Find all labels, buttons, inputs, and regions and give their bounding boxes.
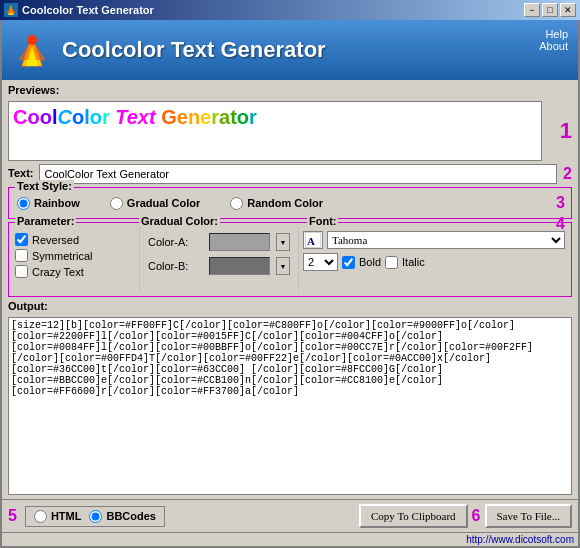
font-options-row: 2 3 4 Bold Italic	[303, 253, 565, 271]
preview-section: CoolColor Text Generator	[8, 101, 542, 161]
color-b-dropdown[interactable]: ▼	[276, 257, 290, 275]
cb-reversed-input[interactable]	[15, 233, 28, 246]
parameter-column: Reversed Symmetrical Crazy Text	[15, 227, 135, 292]
font-column: Font: A Tahoma Arial Times New Roman	[303, 227, 565, 292]
text-row: Text: 2	[8, 164, 572, 184]
style-badge: 3	[556, 194, 565, 212]
font-name-row: A Tahoma Arial Times New Roman	[303, 231, 565, 249]
radio-random[interactable]: Random Color	[230, 197, 323, 210]
color-a-dropdown[interactable]: ▼	[276, 233, 290, 251]
status-url[interactable]: http://www.dicotsoft.com	[466, 534, 574, 545]
svg-point-6	[27, 35, 37, 45]
cb-crazy-input[interactable]	[15, 265, 28, 278]
cb-italic[interactable]	[385, 256, 398, 269]
text-badge: 2	[563, 165, 572, 183]
color-a-row: Color-A: ▼	[148, 233, 290, 251]
params-label: Parameter:	[15, 215, 76, 227]
save-button[interactable]: Save To File...	[485, 504, 573, 528]
status-bar: http://www.dicotsoft.com	[2, 532, 578, 546]
main-window: Coolcolor Text Generator Help About Prev…	[0, 20, 580, 548]
font-label: Font:	[307, 215, 338, 227]
text-style-label: Text Style:	[15, 180, 74, 192]
color-b-row: Color-B: ▼	[148, 257, 290, 275]
radio-bbcodes[interactable]: BBCodes	[89, 510, 156, 523]
radio-rainbow-label: Rainbow	[34, 197, 80, 209]
gradual-label: Gradual Color:	[139, 215, 220, 227]
copy-button[interactable]: Copy To Clipboard	[359, 504, 468, 528]
radio-random-input[interactable]	[230, 197, 243, 210]
cb-bold[interactable]	[342, 256, 355, 269]
radio-html-label: HTML	[51, 510, 82, 522]
radio-rainbow[interactable]: Rainbow	[17, 197, 80, 210]
format-badge: 5	[8, 507, 17, 525]
format-group: HTML BBCodes	[25, 506, 165, 527]
cb-crazy[interactable]: Crazy Text	[15, 265, 135, 278]
text-input[interactable]	[39, 164, 557, 184]
app-header: Coolcolor Text Generator Help About	[2, 20, 578, 80]
color-a-label: Color-A:	[148, 236, 203, 248]
help-link[interactable]: Help	[539, 28, 568, 40]
cb-symmetrical[interactable]: Symmetrical	[15, 249, 135, 262]
color-b-picker[interactable]	[209, 257, 270, 275]
app-icon	[4, 3, 18, 17]
maximize-button[interactable]: □	[542, 3, 558, 17]
cb-crazy-label: Crazy Text	[32, 266, 84, 278]
radio-bbcodes-input[interactable]	[89, 510, 102, 523]
preview-number: 1	[560, 118, 572, 144]
radio-random-label: Random Color	[247, 197, 323, 209]
close-button[interactable]: ✕	[560, 3, 576, 17]
param-badge: 4	[556, 215, 565, 233]
radio-gradual-label: Gradual Color	[127, 197, 200, 209]
text-style-section: Text Style: Rainbow Gradual Color Random…	[8, 187, 572, 219]
header-help[interactable]: Help About	[539, 28, 568, 52]
radio-gradual-input[interactable]	[110, 197, 123, 210]
content-area: Previews: CoolColor Text Generator 1 Tex…	[2, 80, 578, 499]
radio-rainbow-input[interactable]	[17, 197, 30, 210]
cb-symmetrical-label: Symmetrical	[32, 250, 93, 262]
output-textarea[interactable]	[8, 317, 572, 495]
about-link[interactable]: About	[539, 40, 568, 52]
app-title: Coolcolor Text Generator	[62, 37, 326, 63]
cb-reversed-label: Reversed	[32, 234, 79, 246]
radio-bbcodes-label: BBCodes	[106, 510, 156, 522]
title-bar: Coolcolor Text Generator − □ ✕	[0, 0, 580, 20]
font-icon: A	[303, 231, 323, 249]
text-label: Text:	[8, 167, 33, 179]
radio-html-input[interactable]	[34, 510, 47, 523]
color-b-label: Color-B:	[148, 260, 203, 272]
params-row: Parameter: Reversed Symmetrical Crazy Te…	[8, 222, 572, 297]
svg-text:A: A	[307, 235, 315, 247]
title-bar-text: Coolcolor Text Generator	[22, 4, 524, 16]
preview-text: CoolColor Text Generator	[13, 106, 537, 129]
previews-label: Previews:	[8, 84, 572, 96]
output-section	[8, 317, 572, 495]
radio-html[interactable]: HTML	[34, 510, 82, 523]
font-select[interactable]: Tahoma Arial Times New Roman	[327, 231, 565, 249]
color-a-picker[interactable]	[209, 233, 270, 251]
gradual-column: Gradual Color: Color-A: ▼ Color-B: ▼	[139, 227, 299, 292]
bottom-badge6: 6	[472, 507, 481, 525]
cb-reversed[interactable]: Reversed	[15, 233, 135, 246]
font-size-select[interactable]: 2 3 4	[303, 253, 338, 271]
bold-label: Bold	[359, 256, 381, 268]
cb-symmetrical-input[interactable]	[15, 249, 28, 262]
app-logo	[12, 30, 52, 70]
bottom-bar: 5 HTML BBCodes Copy To Clipboard 6 Save …	[2, 499, 578, 532]
window-controls: − □ ✕	[524, 3, 576, 17]
minimize-button[interactable]: −	[524, 3, 540, 17]
output-label: Output:	[8, 300, 572, 312]
radio-gradual[interactable]: Gradual Color	[110, 197, 200, 210]
italic-label: Italic	[402, 256, 425, 268]
